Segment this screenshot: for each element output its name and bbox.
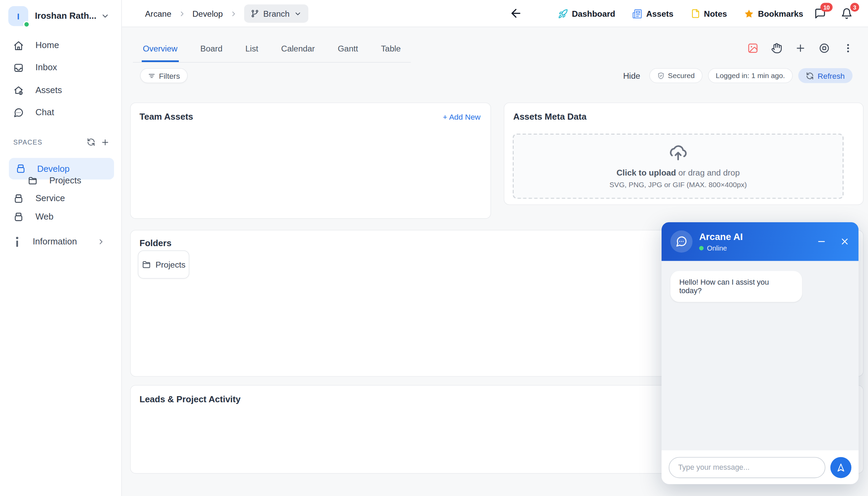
topbar: Arcane Develop Branch: [122, 0, 868, 27]
more-vertical-icon[interactable]: [842, 43, 854, 54]
chat-message-input[interactable]: [669, 457, 825, 478]
chat-status-label: Online: [707, 244, 727, 252]
send-button[interactable]: [831, 457, 852, 478]
sidebar-item-chat[interactable]: Chat: [0, 101, 122, 123]
content-toolbar: [747, 43, 854, 54]
cloud-upload-icon: [669, 144, 687, 162]
tab-board[interactable]: Board: [199, 39, 224, 62]
spaces-label: SPACES: [13, 138, 42, 146]
info-icon: [15, 236, 19, 247]
nav-bookmarks[interactable]: Bookmarks: [744, 9, 803, 18]
chat-minimize-button[interactable]: [817, 237, 826, 246]
upload-hint: SVG, PNG, JPG or GIF (MAX. 800×400px): [609, 181, 747, 189]
inbox-icon: [13, 62, 24, 73]
filters-label: Filters: [159, 71, 180, 80]
user-profile-menu[interactable]: I Iroshan Rath...: [8, 5, 116, 27]
app-root: I Iroshan Rath... Home Inbox Assets: [0, 0, 868, 496]
upload-cta: Click to upload: [617, 168, 676, 177]
chat-bot-avatar: [670, 230, 693, 253]
spaces-header: SPACES: [0, 135, 122, 150]
topbar-nav: Dashboard Assets Notes Bookmarks: [558, 0, 803, 27]
sidebar-space-web[interactable]: Web: [0, 207, 122, 226]
tab-calendar[interactable]: Calendar: [280, 39, 316, 62]
logged-in-label: Logged in: 1 min ago.: [716, 72, 785, 80]
file-icon: [691, 9, 700, 18]
assets-home-icon: [13, 85, 24, 95]
card-title: Folders: [140, 238, 172, 248]
nav-label: Bookmarks: [758, 9, 803, 18]
view-tabs: Overview Board List Calendar Gantt Table: [133, 39, 411, 62]
chat-bot-message: Hello! How can I assist you today?: [670, 271, 802, 302]
chat-bubble-icon: [13, 107, 24, 118]
chat-status: Online: [699, 244, 743, 252]
hand-icon[interactable]: [771, 43, 782, 54]
controls-row: Filters Hide Secured Logged in: 1 min ag…: [122, 68, 868, 85]
sidebar-item-inbox[interactable]: Inbox: [0, 57, 122, 79]
user-name: Iroshan Rath...: [35, 11, 96, 21]
tab-gantt[interactable]: Gantt: [337, 39, 359, 62]
back-arrow-button[interactable]: [509, 7, 523, 20]
card-title: Team Assets: [140, 112, 193, 121]
avatar: I: [8, 6, 28, 26]
sidebar-item-home[interactable]: Home: [0, 34, 122, 57]
spaces-refresh-icon[interactable]: [87, 138, 95, 147]
secured-chip[interactable]: Secured: [649, 68, 702, 83]
sidebar: I Iroshan Rath... Home Inbox Assets: [0, 0, 122, 496]
sidebar-item-label: Home: [35, 41, 59, 50]
logged-in-chip: Logged in: 1 min ago.: [708, 68, 793, 83]
card-title: Assets Meta Data: [513, 112, 586, 121]
chat-title: Arcane AI: [699, 231, 743, 242]
nav-label: Notes: [704, 9, 727, 18]
chevron-down-icon: [294, 10, 302, 17]
tab-overview[interactable]: Overview: [142, 39, 179, 62]
sidebar-space-service[interactable]: Service: [0, 189, 122, 208]
breadcrumb: Arcane Develop Branch: [145, 0, 309, 27]
chevron-right-icon: [178, 10, 186, 17]
topbar-icons: 10 3: [814, 0, 852, 27]
space-label: Service: [35, 193, 65, 203]
folder-label: Projects: [155, 260, 185, 269]
tab-list[interactable]: List: [244, 39, 259, 62]
sidebar-space-projects[interactable]: Projects: [0, 171, 122, 190]
newspaper-icon: [632, 9, 642, 18]
spaces-add-icon[interactable]: [101, 138, 110, 147]
chat-close-button[interactable]: [840, 237, 850, 246]
branch-label: Branch: [263, 9, 290, 18]
chat-header: Arcane AI Online: [662, 222, 859, 261]
online-status-dot: [23, 21, 30, 28]
send-icon: [836, 462, 846, 472]
chevron-right-icon: [230, 10, 237, 17]
sidebar-item-assets[interactable]: Assets: [0, 79, 122, 101]
arcane-ai-chat-widget: Arcane AI Online Hello! How can I assist…: [662, 222, 859, 484]
breadcrumb-arcane[interactable]: Arcane: [145, 9, 171, 18]
chat-input-row: [662, 450, 859, 484]
sidebar-item-label: Inbox: [35, 63, 57, 73]
upload-text: Click to upload or drag and drop: [617, 168, 740, 177]
filters-button[interactable]: Filters: [140, 68, 188, 83]
breadcrumb-develop[interactable]: Develop: [192, 9, 223, 18]
avatar-initial: I: [17, 11, 19, 21]
stop-circle-icon[interactable]: [819, 43, 830, 54]
messages-button[interactable]: 10: [814, 8, 826, 19]
tab-table[interactable]: Table: [380, 39, 402, 62]
chevron-right-icon: [97, 237, 105, 245]
folder-projects-button[interactable]: Projects: [138, 251, 189, 279]
chat-message-list: Hello! How can I assist you today?: [662, 261, 859, 450]
nav-dashboard[interactable]: Dashboard: [558, 9, 615, 18]
star-icon: [744, 9, 754, 18]
add-icon[interactable]: [795, 43, 806, 54]
hide-button[interactable]: Hide: [623, 71, 640, 80]
folder-icon: [28, 176, 37, 185]
image-icon[interactable]: [747, 43, 759, 54]
nav-assets[interactable]: Assets: [632, 9, 673, 18]
sidebar-item-information[interactable]: Information: [0, 232, 122, 251]
notifications-button[interactable]: 3: [841, 8, 852, 19]
add-new-button[interactable]: + Add New: [443, 112, 481, 121]
branch-selector[interactable]: Branch: [244, 4, 308, 23]
git-branch-icon: [250, 10, 259, 18]
refresh-button[interactable]: Refresh: [798, 68, 852, 83]
upload-dropzone[interactable]: Click to upload or drag and drop SVG, PN…: [513, 134, 844, 199]
space-label: Web: [35, 212, 53, 222]
nav-notes[interactable]: Notes: [691, 9, 727, 18]
sidebar-item-label: Assets: [35, 85, 62, 95]
